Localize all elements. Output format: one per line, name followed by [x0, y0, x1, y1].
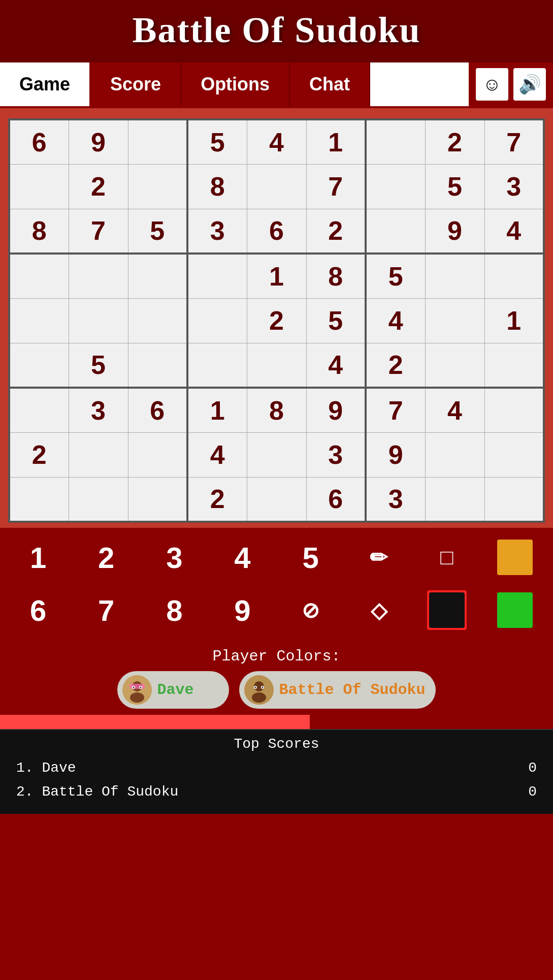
sudoku-cell[interactable] — [128, 298, 187, 343]
sudoku-cell[interactable] — [425, 298, 484, 343]
square-button[interactable]: □ — [414, 533, 480, 582]
sudoku-cell[interactable] — [9, 477, 69, 522]
sudoku-cell[interactable]: 4 — [306, 343, 366, 388]
sudoku-cell[interactable] — [69, 432, 128, 477]
sudoku-cell[interactable]: 2 — [425, 119, 484, 164]
sudoku-cell[interactable]: 4 — [484, 209, 544, 254]
sudoku-cell[interactable]: 7 — [69, 209, 128, 254]
pad-btn-5[interactable]: 5 — [278, 533, 344, 582]
sudoku-cell[interactable] — [366, 164, 425, 209]
sudoku-cell[interactable] — [128, 254, 187, 298]
sudoku-cell[interactable] — [425, 343, 484, 388]
sudoku-cell[interactable] — [484, 343, 544, 388]
sudoku-cell[interactable]: 4 — [425, 388, 484, 432]
pad-btn-3[interactable]: 3 — [141, 533, 207, 582]
sudoku-cell[interactable]: 5 — [187, 119, 247, 164]
sudoku-cell[interactable]: 6 — [247, 209, 306, 254]
sudoku-cell[interactable]: 6 — [128, 388, 187, 432]
sudoku-cell[interactable] — [247, 477, 306, 522]
sudoku-cell[interactable]: 3 — [69, 388, 128, 432]
sudoku-cell[interactable] — [128, 432, 187, 477]
sudoku-cell[interactable]: 6 — [306, 477, 366, 522]
sudoku-cell[interactable]: 2 — [366, 343, 425, 388]
tab-options[interactable]: Options — [181, 62, 290, 106]
sudoku-cell[interactable]: 4 — [187, 432, 247, 477]
pencil-button[interactable]: ✏ — [346, 533, 412, 582]
sudoku-cell[interactable] — [425, 432, 484, 477]
emoji-button[interactable]: ☺ — [476, 68, 508, 101]
sudoku-cell[interactable]: 1 — [187, 388, 247, 432]
pad-btn-2[interactable]: 2 — [73, 533, 139, 582]
pad-color-black-selected[interactable] — [414, 586, 480, 635]
sudoku-cell[interactable]: 2 — [9, 432, 69, 477]
sudoku-cell[interactable] — [425, 477, 484, 522]
sudoku-cell[interactable] — [484, 254, 544, 298]
sudoku-cell[interactable]: 3 — [366, 477, 425, 522]
sudoku-cell[interactable] — [128, 119, 187, 164]
sudoku-cell[interactable]: 3 — [484, 164, 544, 209]
sudoku-cell[interactable] — [247, 343, 306, 388]
sudoku-cell[interactable]: 6 — [9, 119, 69, 164]
sudoku-cell[interactable]: 5 — [69, 343, 128, 388]
sudoku-cell[interactable] — [187, 343, 247, 388]
sudoku-cell[interactable] — [69, 298, 128, 343]
sudoku-cell[interactable]: 9 — [69, 119, 128, 164]
sudoku-cell[interactable]: 1 — [247, 254, 306, 298]
sudoku-cell[interactable]: 8 — [247, 388, 306, 432]
sudoku-cell[interactable] — [9, 388, 69, 432]
sudoku-cell[interactable] — [187, 298, 247, 343]
sudoku-cell[interactable]: 8 — [306, 254, 366, 298]
sudoku-cell[interactable]: 8 — [187, 164, 247, 209]
sudoku-cell[interactable] — [247, 164, 306, 209]
sudoku-cell[interactable] — [9, 254, 69, 298]
sudoku-cell[interactable]: 5 — [128, 209, 187, 254]
pad-btn-4[interactable]: 4 — [209, 533, 275, 582]
sudoku-cell[interactable]: 1 — [484, 298, 544, 343]
sudoku-cell[interactable] — [484, 477, 544, 522]
pad-btn-6[interactable]: 6 — [5, 586, 71, 635]
pad-color-green[interactable] — [482, 586, 548, 635]
sudoku-cell[interactable]: 9 — [366, 432, 425, 477]
sudoku-cell[interactable]: 5 — [306, 298, 366, 343]
pad-color-orange[interactable] — [482, 533, 548, 582]
sudoku-cell[interactable]: 9 — [306, 388, 366, 432]
sudoku-cell[interactable]: 4 — [366, 298, 425, 343]
pad-btn-7[interactable]: 7 — [73, 586, 139, 635]
sudoku-cell[interactable] — [366, 119, 425, 164]
pad-btn-8[interactable]: 8 — [141, 586, 207, 635]
sudoku-cell[interactable]: 1 — [306, 119, 366, 164]
sudoku-cell[interactable]: 7 — [484, 119, 544, 164]
sudoku-cell[interactable]: 2 — [187, 477, 247, 522]
sudoku-cell[interactable]: 2 — [247, 298, 306, 343]
pad-btn-1[interactable]: 1 — [5, 533, 71, 582]
sudoku-cell[interactable] — [69, 254, 128, 298]
sudoku-cell[interactable] — [69, 477, 128, 522]
sudoku-cell[interactable]: 4 — [247, 119, 306, 164]
sound-button[interactable]: 🔊 — [513, 68, 546, 101]
sudoku-cell[interactable]: 7 — [306, 164, 366, 209]
tab-chat[interactable]: Chat — [290, 62, 370, 106]
sudoku-cell[interactable] — [425, 254, 484, 298]
sudoku-cell[interactable] — [366, 209, 425, 254]
no-button[interactable]: ⊘ — [278, 586, 344, 635]
sudoku-cell[interactable]: 3 — [306, 432, 366, 477]
sudoku-cell[interactable]: 5 — [366, 254, 425, 298]
sudoku-cell[interactable]: 9 — [425, 209, 484, 254]
sudoku-cell[interactable] — [128, 164, 187, 209]
sudoku-cell[interactable] — [9, 343, 69, 388]
sudoku-cell[interactable]: 2 — [69, 164, 128, 209]
sudoku-cell[interactable] — [247, 432, 306, 477]
sudoku-cell[interactable] — [128, 477, 187, 522]
sudoku-cell[interactable]: 5 — [425, 164, 484, 209]
tab-game[interactable]: Game — [0, 62, 91, 106]
pad-btn-9[interactable]: 9 — [209, 586, 275, 635]
sudoku-cell[interactable] — [484, 432, 544, 477]
sudoku-cell[interactable]: 3 — [187, 209, 247, 254]
sudoku-cell[interactable]: 2 — [306, 209, 366, 254]
tab-score[interactable]: Score — [91, 62, 181, 106]
sudoku-cell[interactable]: 7 — [366, 388, 425, 432]
sudoku-cell[interactable] — [9, 164, 69, 209]
fill-button[interactable]: ◇ — [346, 586, 412, 635]
sudoku-cell[interactable] — [9, 298, 69, 343]
sudoku-cell[interactable] — [484, 388, 544, 432]
